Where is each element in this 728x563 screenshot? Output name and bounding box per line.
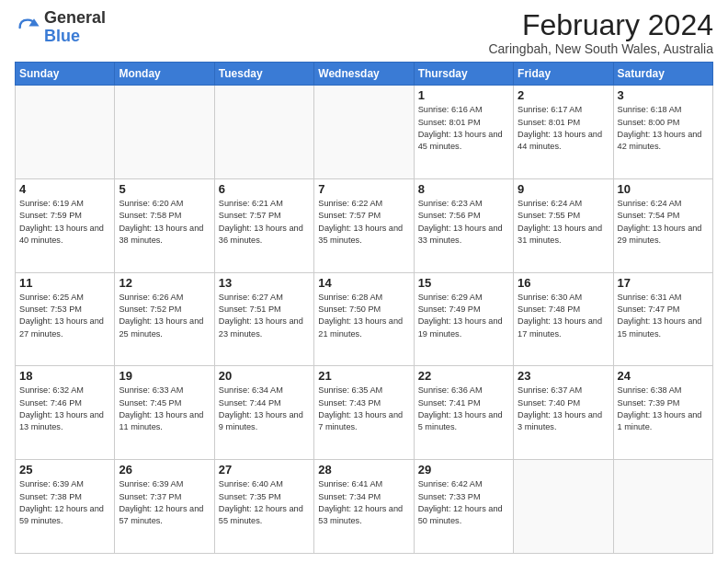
day-info: Sunrise: 6:24 AM Sunset: 7:54 PM Dayligh… (618, 198, 709, 247)
calendar-cell-5-7 (613, 460, 712, 554)
day-number: 6 (219, 182, 310, 196)
day-info: Sunrise: 6:39 AM Sunset: 7:37 PM Dayligh… (119, 478, 210, 527)
day-info: Sunrise: 6:18 AM Sunset: 8:00 PM Dayligh… (618, 104, 709, 153)
col-sunday: Sunday (16, 63, 115, 86)
calendar-cell-3-1: 11Sunrise: 6:25 AM Sunset: 7:53 PM Dayli… (16, 272, 115, 366)
week-row-1: 1Sunrise: 6:16 AM Sunset: 8:01 PM Daylig… (16, 86, 713, 179)
col-thursday: Thursday (414, 63, 513, 86)
day-number: 26 (119, 463, 210, 477)
day-info: Sunrise: 6:20 AM Sunset: 7:58 PM Dayligh… (119, 198, 210, 247)
day-number: 28 (318, 463, 409, 477)
day-info: Sunrise: 6:19 AM Sunset: 7:59 PM Dayligh… (19, 198, 110, 247)
calendar-table: Sunday Monday Tuesday Wednesday Thursday… (15, 62, 713, 554)
day-number: 16 (518, 276, 609, 290)
day-info: Sunrise: 6:31 AM Sunset: 7:47 PM Dayligh… (618, 292, 709, 340)
day-info: Sunrise: 6:34 AM Sunset: 7:44 PM Dayligh… (219, 385, 310, 433)
day-number: 20 (219, 369, 310, 383)
day-info: Sunrise: 6:25 AM Sunset: 7:53 PM Dayligh… (19, 292, 110, 340)
day-number: 18 (19, 369, 110, 383)
calendar-cell-4-7: 24Sunrise: 6:38 AM Sunset: 7:39 PM Dayli… (613, 366, 712, 460)
page: General Blue February 2024 Caringbah, Ne… (0, 0, 728, 563)
logo: General Blue (15, 9, 106, 46)
title-block: February 2024 Caringbah, New South Wales… (488, 9, 713, 56)
week-row-3: 11Sunrise: 6:25 AM Sunset: 7:53 PM Dayli… (16, 272, 713, 366)
day-number: 24 (618, 369, 709, 383)
day-info: Sunrise: 6:21 AM Sunset: 7:57 PM Dayligh… (219, 198, 310, 247)
day-number: 15 (418, 276, 509, 290)
day-number: 7 (318, 182, 409, 196)
day-info: Sunrise: 6:36 AM Sunset: 7:41 PM Dayligh… (418, 385, 509, 433)
calendar-cell-5-2: 26Sunrise: 6:39 AM Sunset: 7:37 PM Dayli… (115, 460, 214, 554)
calendar-cell-2-7: 10Sunrise: 6:24 AM Sunset: 7:54 PM Dayli… (613, 178, 712, 272)
calendar-cell-5-5: 29Sunrise: 6:42 AM Sunset: 7:33 PM Dayli… (414, 460, 513, 554)
calendar-cell-4-4: 21Sunrise: 6:35 AM Sunset: 7:43 PM Dayli… (314, 366, 414, 460)
calendar-cell-3-6: 16Sunrise: 6:30 AM Sunset: 7:48 PM Dayli… (514, 272, 613, 366)
day-info: Sunrise: 6:16 AM Sunset: 8:01 PM Dayligh… (418, 104, 509, 153)
header: General Blue February 2024 Caringbah, Ne… (15, 9, 713, 56)
day-number: 19 (119, 369, 210, 383)
calendar-cell-4-5: 22Sunrise: 6:36 AM Sunset: 7:41 PM Dayli… (414, 366, 513, 460)
calendar-cell-1-3 (214, 86, 313, 179)
logo-icon (15, 15, 40, 40)
calendar-cell-3-2: 12Sunrise: 6:26 AM Sunset: 7:52 PM Dayli… (115, 272, 214, 366)
calendar-cell-2-2: 5Sunrise: 6:20 AM Sunset: 7:58 PM Daylig… (115, 178, 214, 272)
col-tuesday: Tuesday (214, 63, 313, 86)
day-number: 22 (418, 369, 509, 383)
day-number: 11 (19, 276, 110, 290)
calendar-cell-4-1: 18Sunrise: 6:32 AM Sunset: 7:46 PM Dayli… (16, 366, 115, 460)
calendar-cell-1-4 (314, 86, 414, 179)
calendar-cell-4-3: 20Sunrise: 6:34 AM Sunset: 7:44 PM Dayli… (214, 366, 313, 460)
calendar-cell-3-5: 15Sunrise: 6:29 AM Sunset: 7:49 PM Dayli… (414, 272, 513, 366)
calendar-cell-1-7: 3Sunrise: 6:18 AM Sunset: 8:00 PM Daylig… (613, 86, 712, 179)
day-number: 4 (19, 182, 110, 196)
col-monday: Monday (115, 63, 214, 86)
day-number: 13 (219, 276, 310, 290)
logo-general-text: General (44, 8, 106, 27)
day-number: 17 (618, 276, 709, 290)
calendar-cell-4-2: 19Sunrise: 6:33 AM Sunset: 7:45 PM Dayli… (115, 366, 214, 460)
day-number: 25 (19, 463, 110, 477)
day-number: 14 (318, 276, 409, 290)
calendar-cell-4-6: 23Sunrise: 6:37 AM Sunset: 7:40 PM Dayli… (514, 366, 613, 460)
day-number: 8 (418, 182, 509, 196)
col-wednesday: Wednesday (314, 63, 414, 86)
day-number: 12 (119, 276, 210, 290)
calendar-header-row: Sunday Monday Tuesday Wednesday Thursday… (16, 63, 713, 86)
day-info: Sunrise: 6:38 AM Sunset: 7:39 PM Dayligh… (618, 385, 709, 433)
calendar-cell-2-1: 4Sunrise: 6:19 AM Sunset: 7:59 PM Daylig… (16, 178, 115, 272)
day-info: Sunrise: 6:30 AM Sunset: 7:48 PM Dayligh… (518, 292, 609, 340)
calendar-cell-3-4: 14Sunrise: 6:28 AM Sunset: 7:50 PM Dayli… (314, 272, 414, 366)
calendar-cell-5-1: 25Sunrise: 6:39 AM Sunset: 7:38 PM Dayli… (16, 460, 115, 554)
day-number: 10 (618, 182, 709, 196)
day-info: Sunrise: 6:42 AM Sunset: 7:33 PM Dayligh… (418, 478, 509, 527)
day-number: 2 (518, 88, 609, 102)
calendar-cell-2-4: 7Sunrise: 6:22 AM Sunset: 7:57 PM Daylig… (314, 178, 414, 272)
calendar-cell-5-3: 27Sunrise: 6:40 AM Sunset: 7:35 PM Dayli… (214, 460, 313, 554)
calendar-cell-5-6 (514, 460, 613, 554)
day-info: Sunrise: 6:27 AM Sunset: 7:51 PM Dayligh… (219, 292, 310, 340)
day-number: 23 (518, 369, 609, 383)
day-info: Sunrise: 6:41 AM Sunset: 7:34 PM Dayligh… (318, 478, 409, 527)
day-info: Sunrise: 6:37 AM Sunset: 7:40 PM Dayligh… (518, 385, 609, 433)
col-saturday: Saturday (613, 63, 712, 86)
calendar-cell-1-1 (16, 86, 115, 179)
calendar-cell-3-7: 17Sunrise: 6:31 AM Sunset: 7:47 PM Dayli… (613, 272, 712, 366)
day-number: 5 (119, 182, 210, 196)
calendar-cell-1-2 (115, 86, 214, 179)
calendar-cell-5-4: 28Sunrise: 6:41 AM Sunset: 7:34 PM Dayli… (314, 460, 414, 554)
day-number: 21 (318, 369, 409, 383)
week-row-5: 25Sunrise: 6:39 AM Sunset: 7:38 PM Dayli… (16, 460, 713, 554)
logo-text: General Blue (44, 9, 106, 46)
calendar-cell-1-6: 2Sunrise: 6:17 AM Sunset: 8:01 PM Daylig… (514, 86, 613, 179)
month-title: February 2024 (488, 9, 713, 41)
calendar-cell-2-6: 9Sunrise: 6:24 AM Sunset: 7:55 PM Daylig… (514, 178, 613, 272)
day-info: Sunrise: 6:33 AM Sunset: 7:45 PM Dayligh… (119, 385, 210, 433)
col-friday: Friday (514, 63, 613, 86)
day-number: 3 (618, 88, 709, 102)
day-info: Sunrise: 6:40 AM Sunset: 7:35 PM Dayligh… (219, 478, 310, 527)
day-info: Sunrise: 6:17 AM Sunset: 8:01 PM Dayligh… (518, 104, 609, 153)
calendar-cell-2-3: 6Sunrise: 6:21 AM Sunset: 7:57 PM Daylig… (214, 178, 313, 272)
week-row-4: 18Sunrise: 6:32 AM Sunset: 7:46 PM Dayli… (16, 366, 713, 460)
day-info: Sunrise: 6:22 AM Sunset: 7:57 PM Dayligh… (318, 198, 409, 247)
calendar-cell-2-5: 8Sunrise: 6:23 AM Sunset: 7:56 PM Daylig… (414, 178, 513, 272)
